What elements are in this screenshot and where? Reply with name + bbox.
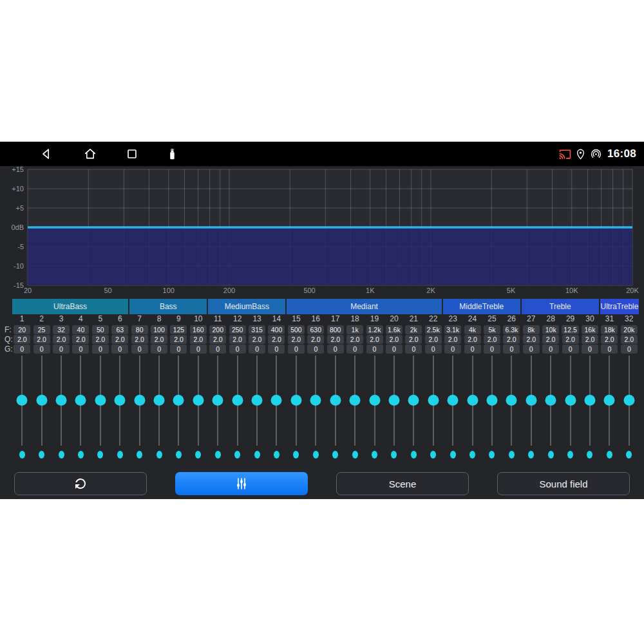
frequency-value[interactable]: 18k: [601, 325, 618, 334]
gain-value[interactable]: 0: [33, 345, 50, 354]
q-value[interactable]: 2.0: [33, 335, 50, 344]
frequency-value[interactable]: 1k: [346, 325, 363, 334]
gain-value[interactable]: 0: [582, 345, 598, 354]
gain-value[interactable]: 0: [288, 345, 305, 354]
recents-icon[interactable]: [125, 147, 139, 161]
frequency-value[interactable]: 2.5k: [425, 325, 442, 334]
gain-value[interactable]: 0: [425, 345, 442, 354]
q-value[interactable]: 2.0: [346, 335, 363, 344]
slider-knob[interactable]: [428, 395, 439, 406]
q-value[interactable]: 2.0: [249, 335, 265, 344]
q-value[interactable]: 2.0: [72, 335, 89, 344]
q-value[interactable]: 2.0: [386, 335, 402, 344]
slider-knob[interactable]: [56, 395, 67, 406]
slider-knob[interactable]: [252, 395, 263, 406]
frequency-value[interactable]: 63: [111, 325, 128, 334]
gain-value[interactable]: 0: [601, 345, 618, 354]
gain-value[interactable]: 0: [131, 345, 148, 354]
gain-value[interactable]: 0: [190, 345, 207, 354]
gain-value[interactable]: 0: [72, 345, 89, 354]
slider-knob[interactable]: [134, 395, 145, 406]
slider-knob[interactable]: [408, 395, 419, 406]
gain-value[interactable]: 0: [14, 345, 30, 354]
slider-knob[interactable]: [173, 395, 184, 406]
q-value[interactable]: 2.0: [425, 335, 442, 344]
reset-button[interactable]: [14, 472, 147, 495]
slider-knob[interactable]: [604, 395, 615, 406]
gain-value[interactable]: 0: [405, 345, 422, 354]
gain-value[interactable]: 0: [386, 345, 402, 354]
equalizer-tab-button[interactable]: [175, 472, 308, 495]
slider-knob[interactable]: [290, 395, 301, 406]
q-value[interactable]: 2.0: [366, 335, 383, 344]
slider-knob[interactable]: [526, 395, 536, 406]
q-value[interactable]: 2.0: [209, 335, 226, 344]
gain-value[interactable]: 0: [307, 345, 324, 354]
slider-knob[interactable]: [545, 395, 556, 406]
frequency-value[interactable]: 500: [288, 325, 305, 334]
slider-knob[interactable]: [232, 395, 243, 406]
gain-value[interactable]: 0: [523, 345, 540, 354]
frequency-value[interactable]: 25: [33, 325, 50, 334]
slider-knob[interactable]: [448, 395, 459, 406]
q-value[interactable]: 2.0: [621, 335, 638, 344]
gain-value[interactable]: 0: [503, 345, 520, 354]
gain-value[interactable]: 0: [484, 345, 500, 354]
sound-field-button[interactable]: Sound field: [497, 472, 630, 495]
frequency-value[interactable]: 4k: [464, 325, 481, 334]
gain-value[interactable]: 0: [327, 345, 344, 354]
slider-knob[interactable]: [154, 395, 165, 406]
q-value[interactable]: 2.0: [288, 335, 305, 344]
frequency-value[interactable]: 40: [72, 325, 89, 334]
slider-knob[interactable]: [271, 395, 282, 406]
slider-knob[interactable]: [36, 395, 47, 406]
q-value[interactable]: 2.0: [464, 335, 481, 344]
slider-knob[interactable]: [17, 395, 28, 406]
slider-knob[interactable]: [310, 395, 321, 406]
slider-knob[interactable]: [467, 395, 478, 406]
q-value[interactable]: 2.0: [405, 335, 422, 344]
q-value[interactable]: 2.0: [53, 335, 70, 344]
gain-value[interactable]: 0: [249, 345, 265, 354]
frequency-value[interactable]: 16k: [582, 325, 598, 334]
slider-knob[interactable]: [193, 395, 204, 406]
slider-knob[interactable]: [350, 395, 361, 406]
gain-value[interactable]: 0: [444, 345, 461, 354]
frequency-value[interactable]: 2k: [405, 325, 422, 334]
frequency-value[interactable]: 6.3k: [503, 325, 520, 334]
gain-value[interactable]: 0: [111, 345, 128, 354]
frequency-value[interactable]: 5k: [484, 325, 500, 334]
slider-knob[interactable]: [213, 395, 223, 406]
scene-button[interactable]: Scene: [336, 472, 469, 495]
slider-knob[interactable]: [75, 395, 86, 406]
frequency-value[interactable]: 1.2k: [366, 325, 383, 334]
q-value[interactable]: 2.0: [327, 335, 344, 344]
frequency-value[interactable]: 50: [92, 325, 109, 334]
q-value[interactable]: 2.0: [190, 335, 207, 344]
slider-knob[interactable]: [369, 395, 380, 406]
frequency-value[interactable]: 200: [209, 325, 226, 334]
frequency-value[interactable]: 800: [327, 325, 344, 334]
q-value[interactable]: 2.0: [14, 335, 30, 344]
frequency-value[interactable]: 250: [229, 325, 246, 334]
frequency-value[interactable]: 20: [14, 325, 30, 334]
q-value[interactable]: 2.0: [523, 335, 540, 344]
slider-knob[interactable]: [623, 395, 634, 406]
q-value[interactable]: 2.0: [229, 335, 246, 344]
frequency-value[interactable]: 315: [249, 325, 265, 334]
gain-value[interactable]: 0: [229, 345, 246, 354]
q-value[interactable]: 2.0: [562, 335, 579, 344]
slider-knob[interactable]: [584, 395, 595, 406]
q-value[interactable]: 2.0: [170, 335, 187, 344]
frequency-value[interactable]: 32: [53, 325, 70, 334]
q-value[interactable]: 2.0: [601, 335, 618, 344]
frequency-value[interactable]: 3.1k: [444, 325, 461, 334]
q-value[interactable]: 2.0: [131, 335, 148, 344]
gain-value[interactable]: 0: [464, 345, 481, 354]
gain-value[interactable]: 0: [151, 345, 167, 354]
slider-knob[interactable]: [565, 395, 576, 406]
frequency-value[interactable]: 20k: [621, 325, 638, 334]
q-value[interactable]: 2.0: [92, 335, 109, 344]
gain-value[interactable]: 0: [346, 345, 363, 354]
q-value[interactable]: 2.0: [111, 335, 128, 344]
